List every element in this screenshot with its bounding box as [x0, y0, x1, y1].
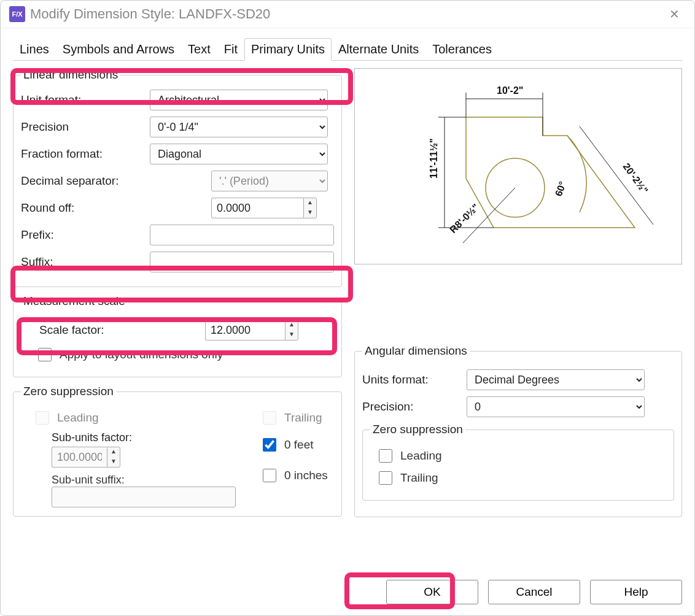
tab-lines[interactable]: Lines — [13, 38, 56, 61]
round-off-input[interactable] — [211, 198, 303, 218]
spinner-down-icon[interactable]: ▼ — [304, 208, 316, 218]
tab-text[interactable]: Text — [181, 38, 217, 61]
unit-format-select[interactable]: Architectural — [150, 90, 328, 110]
fraction-format-label: Fraction format: — [21, 147, 150, 161]
right-column: 10'-2" 11'-11½" 20'-2½" 60° R8'-0½" Angu… — [354, 68, 682, 564]
fieldset-angular: Angular dimensions Units format: Decimal… — [354, 344, 682, 517]
precision-label: Precision — [21, 120, 150, 134]
fieldset-zero-suppression: Zero suppression Leading Sub-units facto… — [13, 385, 342, 517]
zero-feet-checkbox[interactable]: 0 feet — [260, 436, 328, 453]
subunits-factor-spinner: ▲▼ — [52, 447, 236, 468]
angular-leading-checkbox[interactable]: Leading — [376, 447, 666, 464]
ok-button[interactable]: OK — [386, 580, 478, 604]
fieldset-angular-zero: Zero suppression Leading Trailing — [362, 423, 674, 501]
left-column: Linear dimensions Unit format: Architect… — [13, 68, 342, 564]
round-off-label: Round off: — [21, 201, 150, 215]
cancel-button[interactable]: Cancel — [488, 580, 580, 604]
footer: OK Cancel Help — [1, 571, 694, 615]
scale-factor-spinner[interactable]: ▲▼ — [205, 320, 298, 341]
subunit-suffix-label: Sub-unit suffix: — [52, 474, 236, 487]
decimal-separator-select: '.' (Period) — [211, 171, 328, 191]
tab-primary-units[interactable]: Primary Units — [244, 38, 332, 61]
leading-checkbox: Leading — [33, 409, 236, 426]
scale-factor-label: Scale factor: — [39, 323, 150, 337]
legend-measurement: Measurement scale — [21, 295, 128, 308]
titlebar: F/X Modify Dimension Style: LANDFX-SD20 … — [1, 1, 694, 28]
svg-text:20'-2½": 20'-2½" — [621, 161, 650, 196]
angular-precision-select[interactable]: 0 — [467, 396, 645, 417]
zero-inches-checkbox[interactable]: 0 inches — [260, 467, 328, 484]
precision-select[interactable]: 0'-0 1/4" — [150, 117, 328, 137]
svg-text:R8'-0½": R8'-0½" — [448, 202, 481, 235]
close-icon[interactable]: ✕ — [663, 4, 686, 24]
dialog-window: F/X Modify Dimension Style: LANDFX-SD20 … — [0, 0, 695, 616]
svg-line-7 — [580, 126, 653, 225]
tab-tolerances[interactable]: Tolerances — [425, 38, 499, 61]
subunit-suffix-input — [52, 487, 236, 507]
angular-units-format-select[interactable]: Decimal Degrees — [467, 369, 645, 390]
fieldset-linear: Linear dimensions Unit format: Architect… — [13, 68, 342, 287]
spinner-up-icon[interactable]: ▲ — [304, 198, 316, 208]
fraction-format-select[interactable]: Diagonal — [150, 144, 328, 164]
suffix-label: Suffix: — [21, 255, 150, 269]
subunits-factor-label: Sub-units factor: — [52, 431, 236, 444]
dimension-preview: 10'-2" 11'-11½" 20'-2½" 60° R8'-0½" — [354, 68, 682, 264]
legend-angular-zero: Zero suppression — [370, 423, 465, 436]
unit-format-label: Unit format: — [21, 93, 150, 107]
svg-text:60°: 60° — [553, 180, 568, 198]
suffix-input[interactable] — [150, 252, 334, 272]
decimal-separator-label: Decimal separator: — [21, 174, 150, 188]
scale-factor-input[interactable] — [205, 320, 285, 341]
prefix-input[interactable] — [150, 225, 334, 245]
angular-trailing-checkbox[interactable]: Trailing — [376, 469, 666, 487]
help-button[interactable]: Help — [590, 580, 682, 604]
legend-zero: Zero suppression — [21, 385, 116, 398]
legend-linear: Linear dimensions — [21, 68, 120, 82]
svg-text:10'-2": 10'-2" — [497, 85, 523, 96]
angular-units-format-label: Units format: — [362, 373, 467, 387]
tab-symbols-arrows[interactable]: Symbols and Arrows — [56, 38, 181, 61]
apply-layout-checkbox[interactable]: Apply to layout dimensions only — [36, 346, 334, 363]
tab-strip: Lines Symbols and Arrows Text Fit Primar… — [13, 38, 682, 61]
window-title: Modify Dimension Style: LANDFX-SD20 — [30, 6, 270, 22]
tab-alternate-units[interactable]: Alternate Units — [332, 38, 425, 61]
round-off-spinner[interactable]: ▲▼ — [211, 198, 317, 218]
tab-fit[interactable]: Fit — [217, 38, 244, 61]
spinner-up-icon[interactable]: ▲ — [285, 320, 298, 330]
prefix-label: Prefix: — [21, 228, 150, 242]
apply-layout-label: Apply to layout dimensions only — [60, 348, 223, 361]
angular-precision-label: Precision: — [362, 400, 467, 414]
svg-text:11'-11½": 11'-11½" — [429, 138, 439, 179]
trailing-checkbox: Trailing — [260, 409, 328, 426]
spinner-down-icon[interactable]: ▼ — [285, 330, 298, 340]
app-icon: F/X — [9, 6, 25, 22]
fieldset-measurement: Measurement scale Scale factor: ▲▼ Apply… — [13, 295, 342, 377]
legend-angular: Angular dimensions — [362, 344, 470, 358]
